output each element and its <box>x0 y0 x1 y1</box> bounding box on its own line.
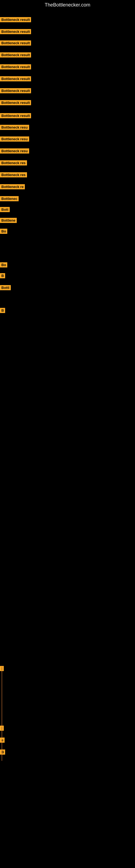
bottleneck-badge: Bottleneck re <box>0 184 25 189</box>
bottleneck-badge: Bottleneck result <box>0 29 31 34</box>
bottleneck-badge: B <box>0 749 5 755</box>
bottleneck-badge: e <box>0 738 5 743</box>
bottleneck-badge: Bottleneck result <box>0 88 31 93</box>
bottleneck-badge: Bottleneck result <box>0 100 31 105</box>
bottleneck-badge: Bott <box>0 207 10 212</box>
site-title: TheBottlenecker.com <box>0 0 135 10</box>
bottleneck-badge: Bottleneck result <box>0 52 31 58</box>
bottleneck-badge: B <box>0 308 5 313</box>
bottleneck-badge: Bottleneck result <box>0 17 31 22</box>
bottleneck-badge: Bo <box>0 262 7 268</box>
page-wrapper: TheBottlenecker.com Bottleneck resultBot… <box>0 0 135 868</box>
bottleneck-badge: Bottleneck res <box>0 172 27 177</box>
bottleneck-badge: Bottleneck resu <box>0 125 29 130</box>
bottleneck-badge: Bottleneck result <box>0 76 31 82</box>
bottleneck-badge: B <box>0 273 5 278</box>
badges-container: Bottleneck resultBottleneck resultBottle… <box>0 10 135 868</box>
bottleneck-badge: Bottleneck result <box>0 40 31 45</box>
bottleneck-badge: Bottleneck resu <box>0 136 29 142</box>
left-vertical-line <box>2 666 2 761</box>
bottleneck-badge: Bottleneck res <box>0 160 27 165</box>
bottleneck-badge: Bottleneck result <box>0 113 31 118</box>
bottleneck-badge: Bottlenec <box>0 196 18 201</box>
bottleneck-badge: Bottleneck resu <box>0 148 29 154</box>
bottleneck-badge: Bottleneck result <box>0 64 31 69</box>
bottleneck-badge: Bottlene <box>0 218 17 223</box>
bottleneck-badge: Bo <box>0 229 7 234</box>
bottleneck-badge: Bottl <box>0 285 11 290</box>
